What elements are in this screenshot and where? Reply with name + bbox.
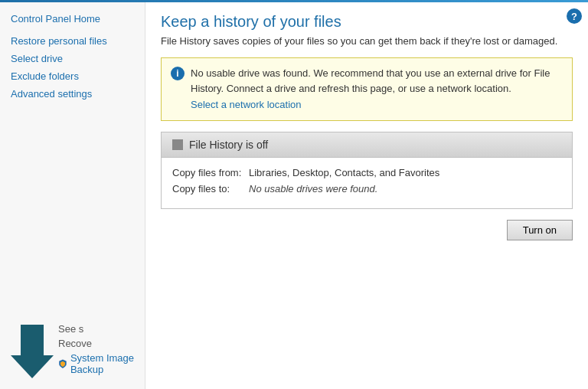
copy-to-label: Copy files to: [172, 183, 249, 194]
see-also-text: See s [58, 323, 145, 335]
copy-from-row: Copy files from: Libraries, Desktop, Con… [172, 167, 561, 178]
bottom-area: See s Recove System Image Backup [11, 323, 145, 378]
bottom-links: See s Recove System Image Backup [58, 323, 145, 378]
shield-icon [58, 358, 67, 370]
sidebar-nav: Restore personal files Select drive Excl… [11, 35, 145, 100]
sidebar-home-link[interactable]: Control Panel Home [11, 13, 145, 25]
file-history-status-text: File History is off [189, 139, 268, 151]
page-subtitle: File History saves copies of your files … [161, 35, 573, 47]
main-layout: Control Panel Home Restore personal file… [0, 2, 588, 389]
help-icon[interactable]: ? [567, 8, 582, 24]
file-history-header: File History is off [162, 132, 572, 158]
copy-to-row: Copy files to: No usable drives were fou… [172, 183, 561, 194]
copy-from-value: Libraries, Desktop, Contacts, and Favori… [249, 167, 439, 178]
sidebar-item-restore-personal[interactable]: Restore personal files [11, 35, 145, 47]
copy-to-value: No usable drives were found. [249, 183, 377, 194]
copy-from-label: Copy files from: [172, 167, 249, 178]
turn-on-button[interactable]: Turn on [507, 220, 573, 240]
main-content: ? Keep a history of your files File Hist… [145, 2, 588, 389]
page-title: Keep a history of your files [161, 13, 573, 31]
sidebar-item-advanced-settings[interactable]: Advanced settings [11, 88, 145, 100]
file-history-status-icon [172, 139, 183, 150]
down-arrow-icon [11, 325, 54, 378]
recovery-text: Recove [58, 338, 145, 349]
turn-on-area: Turn on [161, 220, 573, 240]
info-icon: i [171, 67, 185, 80]
file-history-panel: File History is off Copy files from: Lib… [161, 132, 573, 209]
select-network-location-link[interactable]: Select a network location [191, 97, 563, 113]
warning-text: No usable drive was found. We recommend … [191, 66, 563, 113]
sidebar-item-exclude-folders[interactable]: Exclude folders [11, 70, 145, 82]
sidebar-item-select-drive[interactable]: Select drive [11, 53, 145, 64]
warning-box: i No usable drive was found. We recommen… [161, 57, 573, 121]
sidebar: Control Panel Home Restore personal file… [0, 2, 145, 389]
system-image-label: System Image Backup [70, 352, 145, 375]
file-history-body: Copy files from: Libraries, Desktop, Con… [162, 158, 572, 208]
system-image-backup-link[interactable]: System Image Backup [58, 352, 145, 375]
warning-message: No usable drive was found. We recommend … [191, 67, 550, 94]
